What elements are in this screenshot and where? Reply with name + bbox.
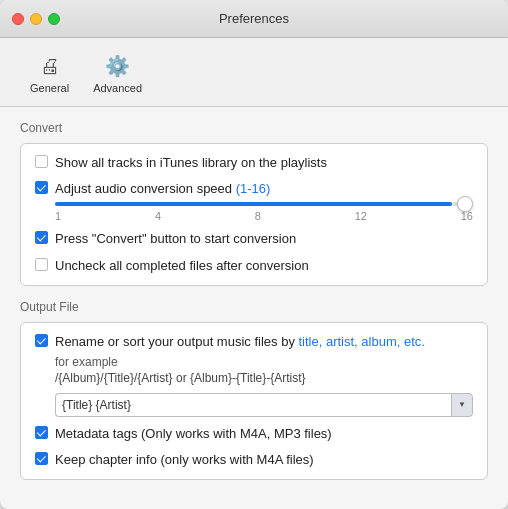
chapter-checkbox[interactable] bbox=[35, 452, 48, 465]
uncheck-completed-label: Uncheck all completed files after conver… bbox=[55, 257, 309, 275]
slider-label-12: 12 bbox=[355, 210, 367, 222]
tab-general[interactable]: 🖨 General bbox=[20, 48, 79, 98]
output-section-box: Rename or sort your output music files b… bbox=[20, 322, 488, 481]
chapter-row: Keep chapter info (only works with M4A f… bbox=[35, 451, 473, 469]
adjust-speed-row: Adjust audio conversion speed (1-16) bbox=[35, 180, 473, 198]
metadata-row: Metadata tags (Only works with M4A, MP3 … bbox=[35, 425, 473, 443]
slider-track[interactable] bbox=[55, 202, 473, 206]
rename-label: Rename or sort your output music files b… bbox=[55, 333, 425, 351]
press-convert-label: Press "Convert" button to start conversi… bbox=[55, 230, 296, 248]
rename-checkbox[interactable] bbox=[35, 334, 48, 347]
window-title: Preferences bbox=[219, 11, 289, 26]
content-area: Convert Show all tracks in iTunes librar… bbox=[0, 107, 508, 509]
advanced-icon: ⚙️ bbox=[104, 52, 132, 80]
close-button[interactable] bbox=[12, 13, 24, 25]
press-convert-checkbox[interactable] bbox=[35, 231, 48, 244]
metadata-checkbox[interactable] bbox=[35, 426, 48, 439]
metadata-label: Metadata tags (Only works with M4A, MP3 … bbox=[55, 425, 332, 443]
adjust-speed-text-plain: Adjust audio conversion speed bbox=[55, 181, 236, 196]
slider-label-8: 8 bbox=[255, 210, 261, 222]
rename-text: Rename or sort your output music files b… bbox=[55, 334, 299, 349]
slider-fill bbox=[55, 202, 452, 206]
convert-section-label: Convert bbox=[20, 121, 488, 135]
preferences-window: Preferences 🖨 General ⚙️ Advanced Conver… bbox=[0, 0, 508, 509]
slider-label-16: 16 bbox=[461, 210, 473, 222]
toolbar: 🖨 General ⚙️ Advanced bbox=[0, 38, 508, 107]
show-all-tracks-checkbox[interactable] bbox=[35, 155, 48, 168]
slider-label-1: 1 bbox=[55, 210, 61, 222]
uncheck-completed-checkbox[interactable] bbox=[35, 258, 48, 271]
rename-highlight: title, artist, album, etc. bbox=[299, 334, 425, 349]
uncheck-completed-row: Uncheck all completed files after conver… bbox=[35, 257, 473, 275]
titlebar: Preferences bbox=[0, 0, 508, 38]
show-all-tracks-label: Show all tracks in iTunes library on the… bbox=[55, 154, 327, 172]
output-dropdown-button[interactable] bbox=[451, 393, 473, 417]
general-label: General bbox=[30, 82, 69, 94]
slider-labels: 1 4 8 12 16 bbox=[55, 210, 473, 222]
adjust-speed-label: Adjust audio conversion speed (1-16) bbox=[55, 180, 270, 198]
output-input-field[interactable] bbox=[55, 393, 451, 417]
adjust-speed-highlight: (1-16) bbox=[236, 181, 271, 196]
traffic-lights bbox=[12, 13, 60, 25]
output-section-label: Output File bbox=[20, 300, 488, 314]
slider-label-4: 4 bbox=[155, 210, 161, 222]
output-input-row bbox=[55, 393, 473, 417]
for-example-label: for example bbox=[55, 355, 473, 369]
template-text: /{Album}/{Title}/{Artist} or {Album}-{Ti… bbox=[55, 371, 473, 385]
adjust-speed-checkbox[interactable] bbox=[35, 181, 48, 194]
tab-advanced[interactable]: ⚙️ Advanced bbox=[83, 48, 152, 98]
general-icon: 🖨 bbox=[36, 52, 64, 80]
advanced-label: Advanced bbox=[93, 82, 142, 94]
convert-section-box: Show all tracks in iTunes library on the… bbox=[20, 143, 488, 286]
rename-row: Rename or sort your output music files b… bbox=[35, 333, 473, 351]
show-all-tracks-row: Show all tracks in iTunes library on the… bbox=[35, 154, 473, 172]
maximize-button[interactable] bbox=[48, 13, 60, 25]
minimize-button[interactable] bbox=[30, 13, 42, 25]
speed-slider-container: 1 4 8 12 16 bbox=[55, 202, 473, 222]
press-convert-row: Press "Convert" button to start conversi… bbox=[35, 230, 473, 248]
chapter-label: Keep chapter info (only works with M4A f… bbox=[55, 451, 314, 469]
